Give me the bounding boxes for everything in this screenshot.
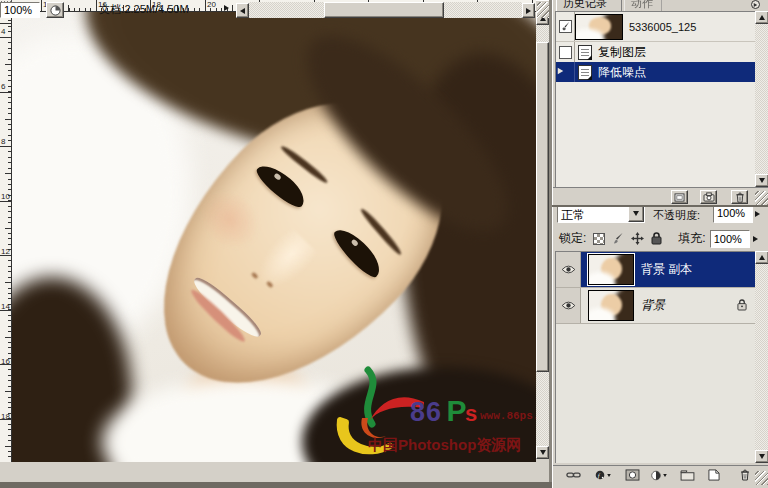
fill-slider-arrow-icon[interactable] — [753, 236, 758, 242]
ruler-number: 4 — [1, 28, 5, 36]
delete-trash-icon[interactable] — [731, 190, 748, 204]
new-snapshot-camera-icon[interactable] — [700, 190, 717, 204]
layer-row-background-copy[interactable]: 背景 副本 — [556, 252, 755, 288]
layers-panel: 正常 不透明度: 100% 锁定: 填充: 100% 背景 副本 — [552, 207, 768, 488]
lock-label: 锁定: — [559, 230, 586, 247]
watermark-86ps: 86 P s www.86ps.com 中国Photoshop资源网 — [328, 372, 536, 462]
history-scrollbar[interactable] — [755, 11, 768, 187]
86ps-site-url: www.86ps.com — [480, 410, 536, 422]
delete-layer-trash-icon[interactable] — [736, 468, 753, 482]
scroll-down-button[interactable] — [755, 450, 768, 463]
scroll-up-button[interactable] — [755, 251, 768, 264]
ruler-number: 6 — [1, 83, 5, 91]
history-step-duplicate-layer[interactable]: 复制图层 — [556, 42, 755, 62]
lock-paint-brush-icon[interactable] — [612, 232, 624, 245]
history-state-icon — [578, 45, 592, 60]
panel-resize-grip[interactable] — [755, 191, 768, 205]
scroll-right-button[interactable] — [522, 3, 535, 18]
scroll-down-button[interactable] — [755, 174, 768, 187]
add-layer-mask-icon[interactable] — [624, 468, 641, 482]
ruler-number: 14 — [1, 303, 10, 311]
status-bar: 100% 文档:2.25M/4.50M — [0, 0, 549, 20]
layers-scrollbar[interactable] — [755, 251, 768, 463]
history-source-column[interactable] — [556, 62, 575, 82]
history-source-column[interactable] — [556, 12, 575, 41]
tab-history[interactable]: 历史记录 — [556, 0, 622, 11]
86ps-p: P — [447, 394, 467, 427]
layer-thumbnail[interactable] — [588, 254, 634, 285]
eye-icon — [561, 265, 576, 274]
fill-label: 填充: — [678, 230, 705, 247]
link-layers-icon[interactable] — [565, 468, 582, 482]
history-bottom-bar — [553, 187, 768, 205]
scrollbar-track[interactable] — [755, 24, 768, 174]
current-state-marker-icon[interactable] — [558, 68, 563, 74]
preview-pie-icon[interactable] — [46, 2, 64, 18]
adjustment-layer-icon[interactable] — [651, 468, 668, 482]
new-group-folder-icon[interactable] — [679, 468, 696, 482]
chevron-down-icon — [663, 474, 667, 477]
scroll-up-button[interactable] — [755, 11, 768, 24]
visibility-cell[interactable] — [556, 252, 581, 287]
canvas-vertical-scrollbar[interactable] — [536, 12, 549, 459]
window-resize-grip[interactable] — [537, 2, 549, 18]
86ps-caption: 中国Photoshop资源网 — [368, 436, 521, 455]
scroll-down-button[interactable] — [536, 446, 549, 459]
history-step-reduce-noise[interactable]: 降低噪点 — [556, 62, 755, 82]
document-size-info: 文档:2.25M/4.50M — [66, 0, 222, 19]
panel-resize-grip[interactable] — [755, 471, 768, 485]
zoom-level-field[interactable]: 100% — [0, 2, 40, 18]
lock-all-padlock-icon[interactable] — [651, 232, 662, 245]
layer-row-background[interactable]: 背景 — [556, 288, 755, 324]
layer-name[interactable]: 背景 — [641, 297, 665, 314]
snapshot-thumbnail[interactable] — [575, 14, 623, 40]
blend-mode-select[interactable]: 正常 — [557, 207, 645, 223]
layers-list: 背景 副本 背景 — [555, 251, 755, 463]
ruler-major-ticks — [0, 12, 11, 462]
history-step-label[interactable]: 复制图层 — [598, 44, 646, 61]
scroll-left-button[interactable] — [236, 3, 249, 18]
layer-name[interactable]: 背景 副本 — [641, 261, 692, 278]
opacity-slider-arrow-icon[interactable] — [755, 211, 760, 217]
history-source-column[interactable] — [556, 42, 575, 62]
document-window: 14 16 18 20 22 24 26 28 30 4 6 8 10 12 1… — [0, 0, 549, 482]
ruler-number: 18 — [1, 413, 10, 421]
fill-field[interactable]: 100% — [710, 230, 750, 248]
visibility-cell[interactable] — [556, 288, 581, 323]
scrollbar-thumb[interactable] — [536, 42, 549, 372]
layer-thumbnail[interactable] — [588, 290, 634, 321]
canvas-photo[interactable]: 86 P s www.86ps.com 中国Photoshop资源网 — [12, 12, 536, 462]
history-brush-icon[interactable] — [559, 20, 572, 33]
layers-bottom-bar: f — [553, 465, 768, 485]
history-snapshot-row[interactable]: 5336005_125 — [556, 12, 755, 42]
canvas-horizontal-scrollbar[interactable] — [236, 2, 535, 18]
panel-menu-icon[interactable] — [751, 0, 765, 9]
snapshot-name[interactable]: 5336005_125 — [629, 21, 696, 33]
86ps-s: s — [465, 401, 477, 426]
blend-mode-value: 正常 — [561, 207, 585, 224]
opacity-field[interactable]: 100% — [713, 207, 753, 223]
layer-style-fx-icon[interactable]: f — [595, 468, 612, 482]
chevron-down-icon[interactable] — [628, 207, 644, 222]
lock-row: 锁定: 填充: 100% — [553, 227, 768, 250]
ruler-number: 8 — [1, 138, 5, 146]
ruler-number: 16 — [1, 358, 10, 366]
86ps-number: 86 — [410, 397, 442, 427]
opacity-label: 不透明度: — [653, 208, 700, 223]
new-document-from-state-icon[interactable] — [671, 190, 688, 204]
scrollbar-thumb[interactable] — [324, 2, 444, 18]
tab-actions[interactable]: 动作 — [624, 0, 662, 11]
layer-locked-padlock-icon — [737, 299, 747, 311]
lock-transparency-icon[interactable] — [593, 233, 605, 245]
new-layer-icon[interactable] — [705, 468, 722, 482]
scrollbar-track[interactable] — [755, 264, 768, 450]
blend-mode-row: 正常 不透明度: 100% — [553, 207, 768, 227]
chevron-down-icon — [607, 474, 611, 477]
lock-position-move-icon[interactable] — [631, 232, 644, 245]
history-step-label[interactable]: 降低噪点 — [598, 64, 646, 81]
history-state-icon — [578, 65, 592, 80]
status-menu-arrow[interactable] — [224, 5, 229, 11]
eye-icon — [561, 301, 576, 310]
ruler-number: 12 — [1, 248, 10, 256]
vertical-ruler[interactable]: 4 6 8 10 12 14 16 18 — [0, 12, 12, 462]
